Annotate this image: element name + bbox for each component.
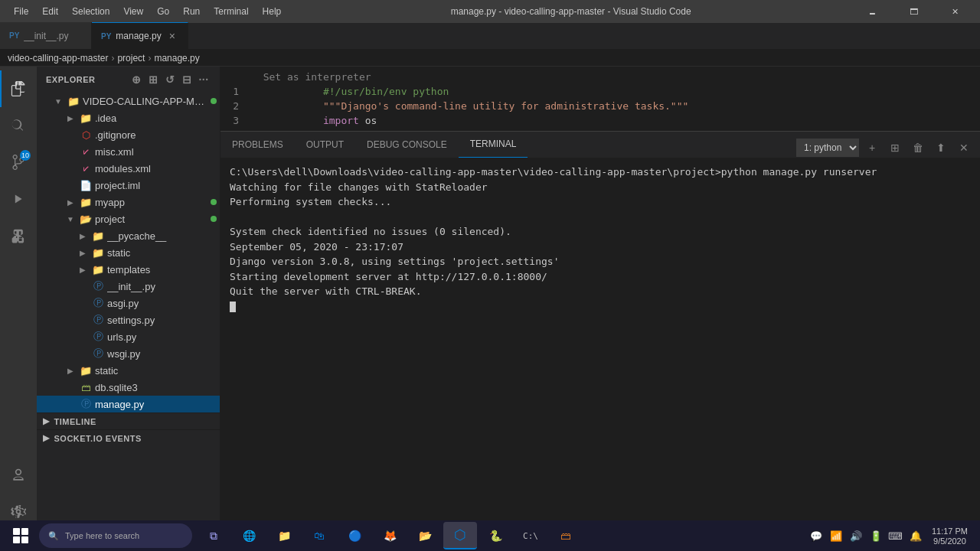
menu-selection[interactable]: Selection <box>66 0 116 23</box>
terminal-line: C:\Users\dell\Downloads\video-calling-ap… <box>230 165 971 180</box>
tray-battery[interactable]: 🔋 <box>866 522 886 549</box>
minimize-button[interactable]: 🗕 <box>854 0 890 23</box>
taskbar-vscode[interactable]: ⬡ <box>443 522 477 549</box>
tree-root-project[interactable]: ▼ 📁 VIDEO-CALLING-APP-MASTER <box>37 93 220 109</box>
taskbar-search[interactable]: 🔍 Type here to search <box>39 523 192 548</box>
terminal-line: September 05, 2020 - 23:17:07 <box>230 240 971 255</box>
py-icon: Ⓟ <box>92 313 104 327</box>
breadcrumb-part-1[interactable]: project <box>117 53 145 64</box>
sidebar-more-button[interactable]: ··· <box>197 73 211 86</box>
activity-account[interactable] <box>0 457 37 494</box>
tab-problems[interactable]: PROBLEMS <box>220 131 295 158</box>
taskbar-db[interactable]: 🗃 <box>549 522 583 549</box>
tree-project[interactable]: ▼ 📂 project <box>37 210 220 227</box>
menu-edit[interactable]: Edit <box>36 0 64 23</box>
tab-close-button[interactable]: × <box>166 30 178 42</box>
tree-modules-xml[interactable]: 🗸 modules.xml <box>37 160 220 177</box>
tab-terminal[interactable]: TERMINAL <box>459 131 528 158</box>
activity-explorer[interactable] <box>0 70 37 107</box>
tree-static2[interactable]: ▶ 📁 static <box>37 362 220 379</box>
menu-file[interactable]: File <box>8 0 34 23</box>
tree-asgi[interactable]: Ⓟ asgi.py <box>37 295 220 311</box>
tree-urls[interactable]: Ⓟ urls.py <box>37 328 220 345</box>
tree-db[interactable]: 🗃 db.sqlite3 <box>37 379 220 396</box>
py-icon: Ⓟ <box>92 296 104 310</box>
tree-settings[interactable]: Ⓟ settings.py <box>37 311 220 328</box>
tab-manage-py[interactable]: PY manage.py × <box>92 22 188 49</box>
maximize-panel-button[interactable]: ⬆ <box>931 138 951 158</box>
chevron-icon: ▼ <box>64 215 77 223</box>
add-terminal-button[interactable]: + <box>862 138 882 158</box>
taskbar-firefox[interactable]: 🦊 <box>373 522 407 549</box>
taskbar-store[interactable]: 🛍 <box>302 522 336 549</box>
timeline-section[interactable]: ▶ TIMELINE <box>37 412 220 429</box>
menu-view[interactable]: View <box>117 0 149 23</box>
taskbar-file-explorer[interactable]: 📁 <box>267 522 301 549</box>
taskbar-files[interactable]: 📂 <box>408 522 442 549</box>
tree-idea[interactable]: ▶ 📁 .idea <box>37 109 220 126</box>
breadcrumb-part-0[interactable]: video-calling-app-master <box>8 53 108 64</box>
tray-notification-bell[interactable]: 🔔 <box>906 522 926 549</box>
chevron-icon: ▶ <box>64 367 77 375</box>
sidebar-title: EXPLORER <box>46 75 96 84</box>
tab-init-py[interactable]: PY __init__.py <box>0 22 92 49</box>
tree-gitignore[interactable]: ⬡ .gitignore <box>37 126 220 143</box>
tree-init-py[interactable]: Ⓟ __init__.py <box>37 278 220 295</box>
taskbar-cmd[interactable]: C:\ <box>514 522 547 549</box>
tree-pycache[interactable]: ▶ 📁 __pycache__ <box>37 227 220 244</box>
socketio-section[interactable]: ▶ SOCKET.IO EVENTS <box>37 429 220 446</box>
tab-debug-console[interactable]: DEBUG CONSOLE <box>355 131 459 158</box>
status-badge <box>211 199 217 205</box>
tab-output[interactable]: OUTPUT <box>295 131 355 158</box>
activity-run[interactable] <box>0 181 37 217</box>
close-button[interactable]: ✕ <box>937 0 972 23</box>
tree-project-iml[interactable]: 📄 project.iml <box>37 177 220 194</box>
tree-label: project.iml <box>95 180 220 191</box>
new-file-button[interactable]: ⊕ <box>129 73 143 86</box>
tree-manage-py[interactable]: Ⓟ manage.py <box>37 396 220 412</box>
python-taskbar-icon: 🐍 <box>486 527 505 545</box>
tree-label: .gitignore <box>95 129 220 141</box>
main-content: 10 EXPLORER ⊕ ⊞ <box>0 67 980 534</box>
window-title: manage.py - video-calling-app-master - V… <box>287 6 854 17</box>
terminal-line: Quit the server with CTRL-BREAK. <box>230 284 971 299</box>
activity-source-control[interactable]: 10 <box>0 144 37 181</box>
taskbar-chrome[interactable]: 🔵 <box>338 522 371 549</box>
activity-search[interactable] <box>0 107 37 144</box>
taskbar-clock[interactable]: 11:17 PM 9/5/2020 <box>926 522 974 549</box>
spacer <box>77 333 89 341</box>
menu-go[interactable]: Go <box>151 0 175 23</box>
tree-static[interactable]: ▶ 📁 static <box>37 244 220 261</box>
tray-network[interactable]: 📶 <box>826 522 846 549</box>
refresh-button[interactable]: ↺ <box>163 73 177 86</box>
close-panel-button[interactable]: ✕ <box>954 138 974 158</box>
activity-extensions[interactable] <box>0 217 37 254</box>
terminal-output[interactable]: C:\Users\dell\Downloads\video-calling-ap… <box>220 158 980 534</box>
tree-wsgi[interactable]: Ⓟ wsgi.py <box>37 345 220 362</box>
tree-templates[interactable]: ▶ 📁 templates <box>37 261 220 278</box>
tree-label: myapp <box>95 197 207 208</box>
new-folder-button[interactable]: ⊞ <box>146 73 160 86</box>
trash-terminal-button[interactable]: 🗑 <box>908 138 928 158</box>
taskbar-task-view[interactable]: ⧉ <box>197 522 230 549</box>
collapse-all-button[interactable]: ⊟ <box>180 73 194 86</box>
menu-bar: File Edit Selection View Go Run Terminal… <box>8 0 287 23</box>
terminal-select[interactable]: 1: python <box>796 139 859 157</box>
taskbar-python[interactable]: 🐍 <box>479 522 512 549</box>
tree-myapp[interactable]: ▶ 📁 myapp <box>37 194 220 210</box>
tray-volume[interactable]: 🔊 <box>846 522 866 549</box>
folder-icon: 📁 <box>80 112 92 124</box>
menu-terminal[interactable]: Terminal <box>207 0 254 23</box>
tree-misc-xml[interactable]: 🗸 misc.xml <box>37 143 220 160</box>
menu-help[interactable]: Help <box>256 0 288 23</box>
menu-run[interactable]: Run <box>177 0 206 23</box>
code-editor[interactable]: Set as interpreter 1 #!/usr/bin/env pyth… <box>220 67 980 131</box>
tray-notification[interactable]: 💬 <box>806 522 826 549</box>
breadcrumb-part-2[interactable]: manage.py <box>154 53 199 64</box>
folder-icon: 📁 <box>92 230 104 242</box>
taskbar-edge[interactable]: 🌐 <box>232 522 266 549</box>
start-button[interactable] <box>3 522 38 549</box>
maximize-button[interactable]: 🗖 <box>896 0 931 23</box>
tray-keyboard[interactable]: ⌨ <box>886 522 906 549</box>
split-terminal-button[interactable]: ⊞ <box>885 138 905 158</box>
